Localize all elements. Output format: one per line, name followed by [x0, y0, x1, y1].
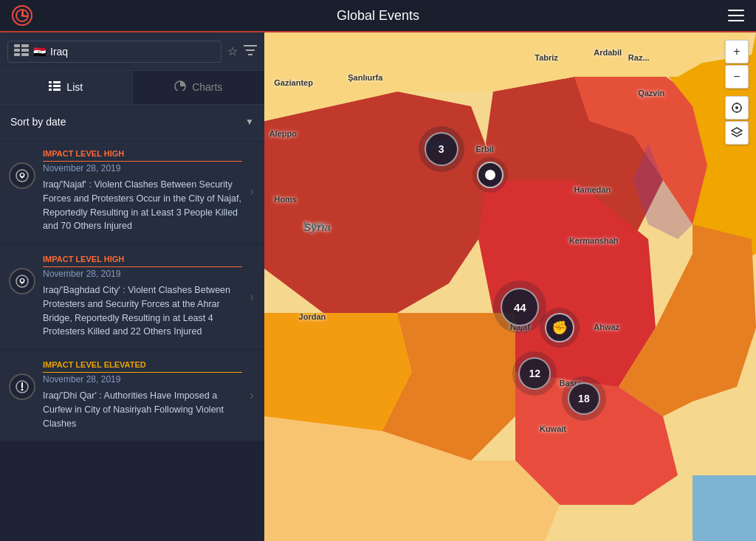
- event-card-2[interactable]: Impact Level High November 28, 2019 Iraq…: [0, 244, 264, 350]
- search-bar: 🇮🇶 Iraq ☆: [0, 32, 264, 71]
- event-arrow-1: ›: [250, 184, 254, 199]
- event-card-3[interactable]: Impact Level Elevated November 28, 2019 …: [0, 350, 264, 441]
- favorite-star-icon[interactable]: ☆: [227, 44, 238, 58]
- event-card-1[interactable]: Impact Level High November 28, 2019 Iraq…: [0, 139, 264, 244]
- event-title-1: Iraq/'Najaf' : Violent Clashes Between S…: [43, 178, 242, 233]
- zoom-out-button[interactable]: −: [725, 65, 749, 89]
- event-icon-2: [9, 268, 35, 294]
- filter-icon[interactable]: [244, 44, 257, 59]
- zoom-in-button[interactable]: +: [725, 40, 749, 63]
- sort-arrow-icon: ▼: [245, 117, 254, 127]
- cluster-12[interactable]: 12: [518, 357, 551, 390]
- layers-button[interactable]: [725, 121, 749, 145]
- locate-button[interactable]: [725, 96, 749, 120]
- cluster-3[interactable]: 3: [425, 132, 458, 166]
- search-bar-input[interactable]: 🇮🇶 Iraq: [7, 41, 221, 63]
- country-flag: 🇮🇶: [33, 46, 46, 58]
- event-date-1: November 28, 2019: [43, 163, 242, 173]
- svg-rect-6: [14, 49, 20, 52]
- menu-icon[interactable]: [728, 10, 744, 21]
- svg-rect-14: [53, 81, 61, 83]
- cluster-44-number: 44: [514, 301, 526, 314]
- event-date-3: November 28, 2019: [43, 374, 242, 385]
- svg-rect-17: [49, 89, 52, 91]
- svg-rect-8: [14, 53, 20, 56]
- event-impact-1: Impact Level High: [43, 149, 242, 162]
- clock-icon[interactable]: [12, 5, 32, 26]
- event-impact-3: Impact Level Elevated: [43, 360, 242, 373]
- cluster-12-number: 12: [529, 368, 541, 379]
- view-tabs: List Charts: [0, 71, 264, 105]
- top-bar: Global Events: [0, 0, 756, 32]
- svg-point-43: [735, 106, 738, 109]
- event-icon-1: [9, 162, 35, 189]
- svg-rect-7: [21, 49, 29, 52]
- tab-charts-label: Charts: [192, 81, 222, 93]
- svg-rect-28: [693, 475, 756, 541]
- svg-rect-15: [49, 85, 52, 87]
- svg-rect-5: [21, 44, 29, 47]
- event-arrow-2: ›: [250, 289, 254, 305]
- sort-bar[interactable]: Sort by date ▼: [0, 105, 264, 139]
- sort-label: Sort by date: [10, 116, 245, 128]
- svg-rect-13: [49, 81, 52, 83]
- event-icon-3: [9, 373, 35, 400]
- event-content-1: Impact Level High November 28, 2019 Iraq…: [43, 149, 242, 233]
- country-name: Iraq: [50, 46, 215, 58]
- cluster-18[interactable]: 18: [568, 382, 600, 415]
- svg-rect-16: [53, 85, 61, 87]
- svg-marker-48: [732, 128, 742, 134]
- event-arrow-3: ›: [250, 387, 254, 403]
- map-svg: [264, 32, 756, 541]
- marker-erbil[interactable]: [477, 162, 504, 188]
- tab-charts-icon: [174, 80, 186, 93]
- app-title: Global Events: [337, 8, 419, 24]
- svg-rect-18: [53, 89, 61, 91]
- tab-charts[interactable]: Charts: [133, 71, 265, 104]
- map-controls: + −: [725, 40, 749, 145]
- left-panel: 🇮🇶 Iraq ☆: [0, 32, 264, 541]
- event-title-3: Iraq/'Dhi Qar' : Authorities Have Impose…: [43, 389, 242, 430]
- cluster-3-number: 3: [439, 143, 444, 155]
- top-bar-left: [12, 5, 32, 26]
- svg-point-26: [21, 389, 24, 391]
- erbil-white-dot: [485, 170, 495, 180]
- event-content-3: Impact Level Elevated November 28, 2019 …: [43, 360, 242, 430]
- tab-list[interactable]: List: [0, 71, 133, 104]
- event-impact-2: Impact Level High: [43, 255, 242, 267]
- cluster-44[interactable]: 44: [501, 288, 539, 326]
- svg-point-21: [21, 173, 24, 176]
- tab-list-label: List: [66, 81, 83, 93]
- event-title-2: Iraq/'Baghdad City' : Violent Clashes Be…: [43, 283, 242, 339]
- marker-najaf[interactable]: ✊: [545, 313, 574, 342]
- svg-rect-4: [14, 44, 20, 47]
- list-view-icon: [14, 44, 29, 59]
- events-list: Impact Level High November 28, 2019 Iraq…: [0, 139, 264, 541]
- main-layout: 🇮🇶 Iraq ☆: [0, 32, 756, 541]
- top-bar-right: [728, 10, 744, 21]
- map-area[interactable]: Tabriz Ardabil Raz... Gaziantep Şanlıurf…: [264, 32, 756, 541]
- svg-point-23: [21, 279, 24, 282]
- event-content-2: Impact Level High November 28, 2019 Iraq…: [43, 255, 242, 339]
- event-date-2: November 28, 2019: [43, 269, 242, 279]
- tab-list-icon: [49, 81, 61, 93]
- cluster-18-number: 18: [578, 393, 590, 404]
- svg-rect-9: [21, 53, 29, 56]
- svg-point-3: [21, 15, 24, 17]
